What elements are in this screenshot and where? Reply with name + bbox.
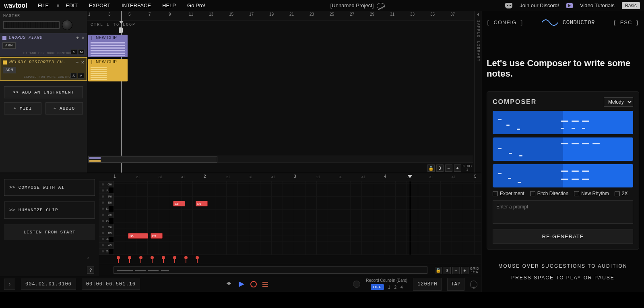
pianoroll-grid[interactable]: B5B5E6E6 [114, 181, 481, 255]
add-midi-button[interactable]: + MIDI [4, 102, 41, 114]
countin-4[interactable]: 4 [400, 285, 403, 289]
note-marker[interactable] [196, 256, 199, 259]
transport-menu-button[interactable]: › [4, 279, 15, 290]
arrange-timeline[interactable]: 135791113151719212325272931333537 CTRL L… [87, 11, 474, 173]
pianoroll-ruler[interactable]: 12♩3♩4♩22♩3♩4♩32♩3♩4♩42♩3♩4♩52♩3♩4♩ [99, 173, 481, 181]
piano-key[interactable]: F6 [99, 194, 113, 200]
piano-key[interactable]: D6 [99, 212, 113, 218]
piano-key[interactable]: E6 [99, 200, 113, 206]
mute-button[interactable]: M [78, 49, 85, 55]
menu-file[interactable]: FILE [33, 1, 54, 10]
piano-key[interactable]: G6 [99, 181, 113, 187]
suggestion-1[interactable] [493, 111, 633, 134]
grid-value[interactable]: 3 [436, 164, 444, 172]
grid-plus-button[interactable]: + [461, 267, 469, 274]
composer-mode-select[interactable]: Melody [604, 97, 633, 107]
menu-interface[interactable]: INTERFACE [117, 1, 156, 10]
collapse-lane-icon[interactable]: ˄ [87, 257, 89, 262]
note-marker[interactable] [139, 256, 142, 259]
composer-prompt-input[interactable] [493, 200, 633, 224]
tap-tempo-button[interactable]: TAP [447, 278, 464, 291]
plan-badge[interactable]: Basic [622, 2, 640, 9]
menu-help[interactable]: HELP [157, 1, 181, 10]
velocity-region[interactable] [114, 266, 427, 274]
minimap[interactable] [88, 156, 473, 163]
note-marker[interactable] [162, 256, 165, 259]
lane-help-button[interactable]: ? [87, 266, 94, 274]
solo-button[interactable]: S [71, 49, 77, 55]
discord-link[interactable]: Join our Discord! [520, 2, 559, 8]
mute-button[interactable]: M [78, 73, 84, 79]
piano-key[interactable]: D#6 [99, 206, 113, 212]
grid-plus-button[interactable]: + [454, 164, 461, 172]
compose-ai-button[interactable]: >> COMPOSE WITH AI [4, 179, 95, 196]
project-title[interactable]: [Unnamed Project] [330, 2, 374, 8]
grid-value[interactable]: 3 [444, 267, 451, 274]
grid-lock-button[interactable]: 🔒 [435, 267, 442, 274]
track-close-icon[interactable]: × [81, 35, 85, 41]
pianoroll-keys[interactable]: G6F#6F6E6D#6D6C#6C6B5A#5A5G#5 [99, 181, 114, 255]
esc-button[interactable]: [ ESC ] [613, 19, 639, 26]
add-audio-button[interactable]: + AUDIO [45, 102, 83, 114]
arrange-ruler[interactable]: 135791113151719212325272931333537 [87, 11, 474, 21]
menu-go-pro[interactable]: Go Pro! [182, 1, 210, 10]
queue-icon[interactable] [262, 282, 268, 287]
note-marker[interactable] [173, 256, 176, 259]
track-close-icon[interactable]: × [81, 59, 84, 65]
solo-button[interactable]: S [70, 73, 77, 79]
note-marker[interactable] [128, 256, 131, 259]
countin-2[interactable]: 2 [394, 285, 396, 289]
midi-note[interactable]: B5 [128, 233, 148, 239]
velocity-segment[interactable] [117, 271, 133, 271]
composer-checkbox[interactable]: Experiment [493, 191, 524, 196]
arm-button[interactable]: ARM [3, 67, 16, 73]
rewind-button[interactable] [225, 280, 232, 288]
track-chords-piano[interactable]: CHORDS PIANO +× ARM EXPAND FOR MORE CONT… [0, 33, 87, 56]
track-add-icon[interactable]: + [76, 35, 79, 41]
arm-button[interactable]: ARM [2, 42, 16, 49]
bpm-display[interactable]: 120BPM [413, 278, 442, 291]
metronome-icon[interactable] [470, 281, 477, 288]
grid-minus-button[interactable]: − [445, 164, 452, 172]
sample-library-tab[interactable]: SAMPLE LIBRARY [474, 11, 481, 173]
clip-guitar[interactable]: | NEW CLIP [88, 59, 128, 81]
time-display[interactable]: 00:00:06.501.16 [82, 279, 140, 290]
pianoroll-playhead[interactable] [410, 181, 410, 255]
note-marker[interactable] [151, 256, 154, 259]
piano-key[interactable]: A#5 [99, 237, 113, 243]
clip-piano[interactable]: | NEW CLIP [88, 35, 128, 57]
piano-key[interactable]: G#5 [99, 249, 113, 255]
listen-button[interactable]: LISTEN FROM START [4, 224, 95, 240]
loop-marker[interactable] [119, 27, 123, 33]
master-gain-knob[interactable] [62, 20, 72, 30]
grid-lock-button[interactable]: 🔒 [427, 164, 435, 172]
velocity-lane[interactable]: ? 🔒 3 − + GRID1/16 [99, 264, 481, 276]
grid-minus-button[interactable]: − [452, 267, 460, 274]
record-button[interactable] [250, 281, 257, 287]
piano-key[interactable]: A5 [99, 243, 113, 249]
piano-key[interactable]: F#6 [99, 187, 113, 194]
track-melody-guitar[interactable]: MELODY DISTORTED GU… +× ARM EXPAND FOR M… [0, 57, 87, 81]
menu-export[interactable]: EXPORT [84, 1, 115, 10]
countin-off[interactable]: OFF [371, 284, 384, 290]
count-in-control[interactable]: Record Count-in (Bars) OFF 1 2 4 [366, 278, 407, 290]
midi-note[interactable]: E6 [196, 201, 208, 206]
note-markers-lane[interactable]: ˄ [99, 255, 481, 264]
config-button[interactable]: [ CONFIG ] [487, 19, 524, 26]
composer-checkbox[interactable]: Pitch Direction [530, 191, 568, 196]
video-tutorials-link[interactable]: Video Tutorials [580, 2, 615, 8]
piano-key[interactable]: C#6 [99, 218, 113, 224]
piano-key[interactable]: C6 [99, 224, 113, 230]
midi-note[interactable]: B5 [151, 233, 163, 239]
humanize-button[interactable]: >> HUMANIZE CLIP [4, 202, 95, 219]
velocity-segment[interactable] [148, 271, 159, 271]
play-button[interactable] [237, 281, 245, 288]
regenerate-button[interactable]: RE-GENERATE [493, 229, 633, 244]
countin-1[interactable]: 1 [388, 285, 390, 289]
note-marker[interactable] [184, 256, 188, 259]
suggestion-3[interactable] [493, 164, 633, 187]
suggestion-2[interactable] [493, 137, 633, 161]
minimap-window[interactable] [89, 156, 217, 162]
menu-edit[interactable]: EDIT [61, 1, 83, 10]
midi-note[interactable]: E6 [173, 201, 185, 206]
